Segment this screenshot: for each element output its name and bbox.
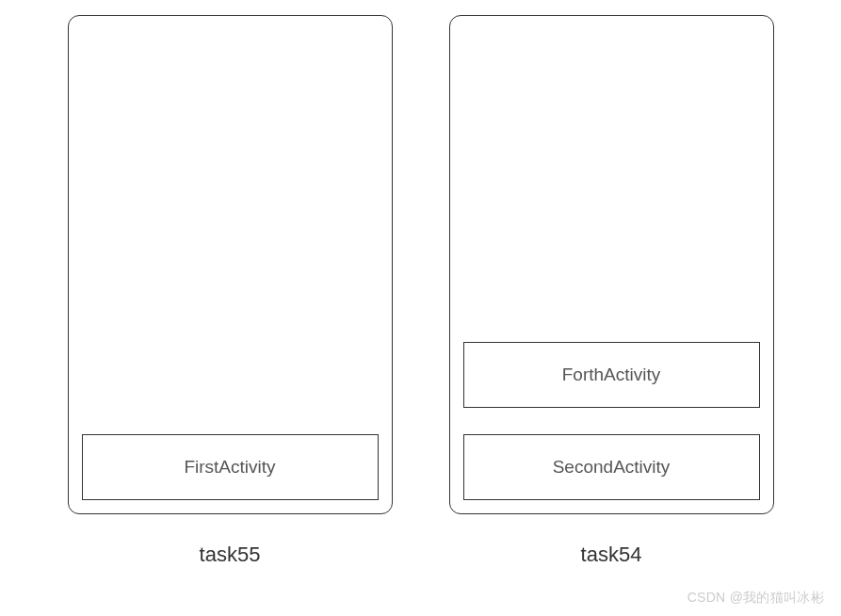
activity-label: FirstActivity <box>184 457 275 478</box>
activity-box: SecondActivity <box>463 434 760 500</box>
task-column-left: FirstActivity task55 <box>68 15 393 567</box>
activity-box: FirstActivity <box>82 434 379 500</box>
task-stack-box: ForthActivity SecondActivity <box>449 15 774 514</box>
watermark-text: CSDN @我的猫叫冰彬 <box>687 590 824 607</box>
activity-label: SecondActivity <box>553 457 671 478</box>
activity-box: ForthActivity <box>463 342 760 408</box>
task-stack-box: FirstActivity <box>68 15 393 514</box>
activity-label: ForthActivity <box>562 365 661 385</box>
task-label: task55 <box>200 543 261 567</box>
task-column-right: ForthActivity SecondActivity task54 <box>449 15 774 567</box>
diagram-container: FirstActivity task55 ForthActivity Secon… <box>0 0 841 567</box>
task-label: task54 <box>581 543 642 567</box>
